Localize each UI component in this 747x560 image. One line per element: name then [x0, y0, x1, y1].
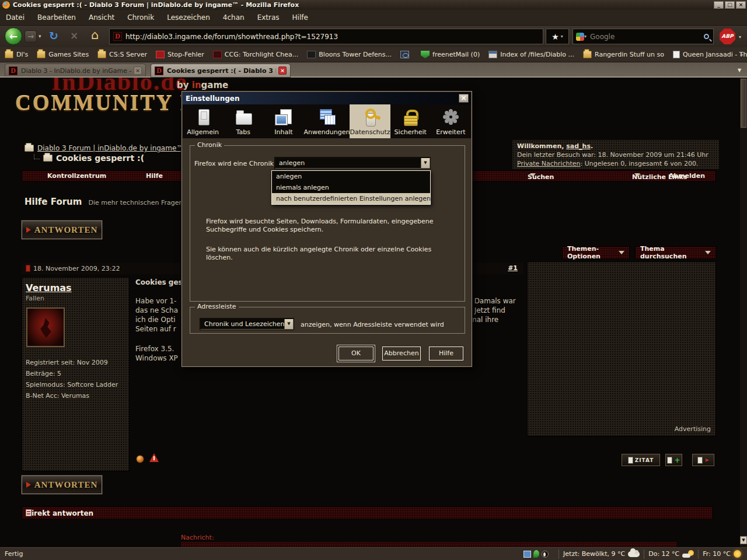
minimize-button[interactable]: _: [714, 1, 724, 9]
nav-abmelden[interactable]: Abmelden: [669, 172, 705, 180]
star-dropdown-icon[interactable]: ▾: [561, 34, 563, 39]
bookmark-rangerdin[interactable]: Rangerdin Stuff un so: [583, 51, 664, 58]
chevron-down-icon[interactable]: ▼: [284, 319, 293, 329]
menu-hilfe[interactable]: Hilfe: [292, 13, 308, 22]
option-niemals-anlegen[interactable]: niemals anlegen: [272, 182, 430, 193]
chronik-select-label: Firefox wird eine Chronik:: [194, 160, 276, 167]
stop-button[interactable]: ×: [70, 30, 78, 41]
history-dropdown-icon[interactable]: ▾: [39, 33, 41, 39]
bookmark-index-files[interactable]: Index of /files/Diablo ...: [488, 51, 574, 58]
weather-thursday[interactable]: Do: 12 °C: [648, 550, 694, 558]
tab-erweitert[interactable]: Erweitert: [431, 104, 471, 138]
tab-diablo3-home[interactable]: D Diablo 3 - InDiablo.de by inGame - Die…: [5, 64, 146, 78]
post-number-link[interactable]: #1: [508, 264, 518, 272]
direkt-antworten-bar[interactable]: Direkt antworten: [22, 506, 713, 519]
tab-inhalt[interactable]: Inhalt: [263, 104, 303, 138]
back-button[interactable]: ←: [5, 27, 22, 45]
weather-now[interactable]: Jetzt: Bewölkt, 9 °C: [563, 550, 640, 558]
bookmark-usb[interactable]: [400, 51, 412, 58]
report-warning-icon[interactable]: [149, 453, 159, 462]
close-button[interactable]: ×: [736, 1, 746, 9]
scrollbar-thumb[interactable]: [741, 79, 746, 128]
forum-heading: Hilfe Forum Die mehr technischen Fragen …: [25, 196, 190, 207]
username-link[interactable]: sad_hs: [566, 142, 591, 150]
menu-4chan[interactable]: 4chan: [223, 13, 245, 22]
multi-quote-button[interactable]: +: [665, 454, 682, 466]
bookmark-dls[interactable]: Dl's: [5, 51, 28, 58]
author-link[interactable]: Verumas: [26, 282, 72, 293]
quick-reply-button[interactable]: ➤: [692, 454, 714, 466]
antworten-button-bottom[interactable]: Antworten: [22, 475, 102, 494]
tab-tabs[interactable]: Tabs: [223, 104, 263, 138]
bookmark-bloons[interactable]: Bloons Tower Defens...: [307, 51, 392, 58]
google-engine-icon[interactable]: [576, 33, 584, 41]
menu-chronik[interactable]: Chronik: [127, 13, 154, 22]
bookmark-freenetmail[interactable]: freenetMail (0): [421, 51, 480, 58]
tab-anwendungen[interactable]: Anwendungen: [304, 104, 350, 138]
nav-hilfe[interactable]: Hilfe: [146, 172, 163, 180]
nav-kontrollzentrum[interactable]: Kontrollzentrum: [47, 172, 106, 180]
tab-close-icon[interactable]: ×: [134, 66, 142, 75]
ok-button[interactable]: OK: [338, 346, 374, 360]
abbrechen-button[interactable]: Abbrechen: [382, 346, 421, 360]
search-input[interactable]: [590, 33, 704, 41]
search-box[interactable]: ▾: [573, 29, 713, 44]
monitor-icon[interactable]: [523, 551, 531, 558]
tab-cookies-gesperrt[interactable]: D Cookies gesperrt :( - Diablo 3 For... …: [151, 64, 291, 78]
chevron-down-icon[interactable]: ▼: [421, 158, 430, 168]
collapse-icon[interactable]: [26, 509, 32, 516]
thema-durchsuchen-button[interactable]: Thema durchsuchen: [635, 246, 716, 259]
themen-optionen-button[interactable]: Themen-Optionen: [562, 246, 630, 259]
bookmark-star-box[interactable]: ★ ▾: [546, 29, 568, 44]
dialog-close-button[interactable]: ×: [459, 94, 469, 103]
chronik-select[interactable]: anlegen ▼: [275, 158, 430, 169]
tab-datenschutz[interactable]: Datenschutz: [350, 104, 390, 138]
forward-button[interactable]: →: [25, 30, 37, 43]
dialog-titlebar[interactable]: Einstellungen ×: [183, 92, 471, 104]
reload-button[interactable]: ↻: [49, 29, 58, 42]
tab-allgemein[interactable]: Allgemein: [183, 104, 223, 138]
url-text[interactable]: http://diablo3.ingame.de/forum/showthrea…: [125, 33, 338, 41]
engine-dropdown-icon[interactable]: ▾: [584, 34, 587, 39]
tab-sicherheit[interactable]: Sicherheit: [390, 104, 431, 138]
avatar[interactable]: [26, 307, 65, 347]
url-bar[interactable]: D http://diablo3.ingame.de/forum/showthr…: [110, 29, 543, 44]
menu-extras[interactable]: Extras: [257, 13, 280, 22]
menu-lesezeichen[interactable]: Lesezeichen: [167, 13, 210, 22]
tab-list-dropdown-icon[interactable]: ▼: [734, 66, 745, 75]
weather-friday[interactable]: Fr: 10 °C: [703, 550, 741, 558]
menu-datei[interactable]: Datei: [6, 13, 25, 22]
abp-dropdown-icon[interactable]: ▾: [739, 34, 741, 40]
green-addon-icon[interactable]: [533, 550, 539, 558]
bookmark-queen-jansaadi[interactable]: Queen Jansaadi - The...: [673, 51, 747, 58]
bookmark-stop-fehler[interactable]: Stop-Fehler: [156, 51, 204, 58]
adblock-plus-icon[interactable]: ABP: [720, 29, 735, 44]
separator: [558, 550, 559, 559]
maximize-button[interactable]: □: [725, 1, 735, 9]
message-textarea-edge[interactable]: [181, 542, 677, 547]
dark-orb-icon[interactable]: [542, 551, 549, 558]
search-icon[interactable]: [704, 34, 709, 39]
option-benutzerdefiniert[interactable]: nach benutzerdefinierten Einstellungen a…: [272, 193, 430, 204]
star-icon[interactable]: ★: [551, 32, 559, 41]
bookmark-ccg-torchlight[interactable]: CCG: Torchlight Chea...: [213, 51, 299, 58]
zitat-button[interactable]: Zitat: [622, 454, 660, 466]
bookmark-css-server[interactable]: CS:S Server: [97, 51, 147, 58]
option-anlegen[interactable]: anlegen: [272, 171, 430, 182]
forum-title[interactable]: Hilfe Forum: [25, 197, 82, 207]
hilfe-button[interactable]: Hilfe: [429, 346, 463, 360]
adressleiste-select[interactable]: Chronik und Lesezeichen ▼: [200, 318, 294, 330]
private-messages-link[interactable]: Private Nachrichten: [517, 160, 581, 167]
antworten-button[interactable]: Antworten: [22, 220, 102, 239]
folder-icon: [583, 51, 592, 58]
bookmarks-overflow-icon[interactable]: »: [739, 51, 743, 58]
menu-ansicht[interactable]: Ansicht: [89, 13, 114, 22]
page-scrollbar[interactable]: ▼: [740, 78, 747, 547]
menu-bearbeiten[interactable]: Bearbeiten: [37, 13, 76, 22]
home-button[interactable]: ⌂: [91, 28, 99, 42]
thread-title: Cookies gesperrt :(: [56, 153, 144, 163]
tab-close-icon[interactable]: ×: [278, 66, 287, 75]
bookmark-games-sites[interactable]: Games Sites: [37, 51, 89, 58]
breadcrumb-forum-link[interactable]: Diablo 3 Forum | inDiablo.de by ingame™: [37, 144, 183, 152]
scrollbar-down-icon[interactable]: ▼: [740, 536, 747, 544]
